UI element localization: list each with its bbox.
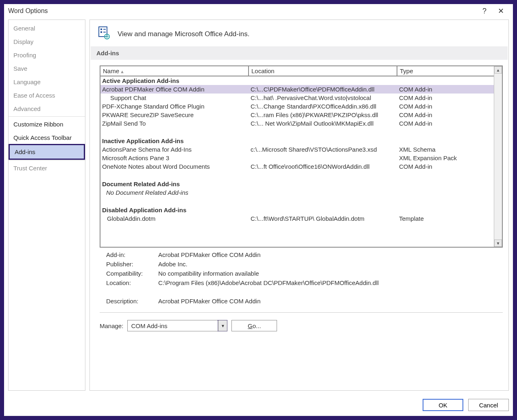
group-document: Document Related Add-ins [100, 180, 494, 188]
scroll-up-icon[interactable]: ▲ [494, 66, 502, 74]
spacer [100, 171, 494, 180]
detail-desc-value: Acrobat PDFMaker Office COM Addin [158, 298, 260, 305]
manage-combo[interactable]: COM Add-ins ▼ [127, 320, 227, 331]
svg-rect-2 [100, 31, 102, 33]
col-location[interactable]: Location [249, 66, 397, 76]
manage-label: Manage: [100, 322, 123, 329]
table-header: Name▲ Location Type [100, 66, 494, 76]
no-document-addins: No Document Related Add-ins [100, 188, 494, 197]
close-icon[interactable]: ✕ [493, 7, 509, 15]
table-row[interactable]: ZipMail Send To C:\... Net Work\ZipMail … [100, 119, 494, 128]
scrollbar[interactable]: ▲ ▼ [494, 66, 502, 247]
manage-row: Manage: COM Add-ins ▼ Go... [100, 312, 503, 339]
table-row[interactable]: Acrobat PDFMaker Office COM Addin C:\...… [100, 85, 494, 94]
group-disabled: Disabled Application Add-ins [100, 206, 494, 214]
detail-location-label: Location: [106, 279, 158, 286]
sidebar-item-ease-of-access[interactable]: Ease of Access [9, 89, 85, 102]
sidebar-item-quick-access-toolbar[interactable]: Quick Access Toolbar [9, 131, 85, 144]
detail-compat-label: Compatibility: [106, 270, 158, 277]
help-icon[interactable]: ? [476, 7, 493, 15]
panel-title: View and manage Microsoft Office Add-ins… [118, 30, 249, 38]
addins-icon [97, 26, 112, 42]
panel-header: View and manage Microsoft Office Add-ins… [90, 20, 508, 46]
titlebar: Word Options ? ✕ [4, 4, 513, 20]
addin-details: Add-in:Acrobat PDFMaker Office COM Addin… [90, 248, 508, 307]
addins-section-title: Add-ins [91, 46, 508, 60]
sidebar-item-customize-ribbon[interactable]: Customize Ribbon [9, 118, 85, 131]
group-inactive: Inactive Application Add-ins [100, 137, 494, 145]
sidebar-item-proofing[interactable]: Proofing [9, 48, 85, 62]
scroll-down-icon[interactable]: ▼ [494, 239, 502, 247]
spacer [100, 128, 494, 137]
group-active: Active Application Add-ins [100, 76, 494, 85]
dialog-footer: OK Cancel [4, 395, 513, 416]
col-type[interactable]: Type [397, 66, 494, 76]
table-rows: Active Application Add-ins Acrobat PDFMa… [100, 76, 494, 247]
sort-asc-icon: ▲ [120, 69, 124, 74]
detail-publisher-label: Publisher: [106, 261, 158, 268]
detail-addin-label: Add-in: [106, 251, 158, 258]
detail-addin-value: Acrobat PDFMaker Office COM Addin [158, 251, 260, 258]
sidebar-item-general[interactable]: General [9, 22, 85, 35]
col-name[interactable]: Name▲ [100, 66, 249, 76]
sidebar-item-language[interactable]: Language [9, 75, 85, 89]
manage-selected: COM Add-ins [131, 322, 167, 329]
table-row[interactable]: OneNote Notes about Word Documents C:\..… [100, 162, 494, 171]
ok-button[interactable]: OK [423, 399, 463, 411]
detail-publisher-value: Adobe Inc. [158, 261, 188, 268]
sidebar-separator [9, 160, 85, 161]
body-area: General Display Proofing Save Language E… [4, 20, 513, 395]
table-row[interactable]: GlobalAddin.dotm C:\...ft\Word\STARTUP\ … [100, 214, 494, 223]
sidebar-item-display[interactable]: Display [9, 35, 85, 48]
col-name-label: Name [103, 67, 119, 74]
detail-compat-value: No compatibility information available [158, 270, 259, 277]
sidebar-item-save[interactable]: Save [9, 62, 85, 75]
chevron-down-icon[interactable]: ▼ [218, 320, 227, 331]
spacer [100, 197, 494, 206]
sidebar-separator [9, 116, 85, 117]
table-row[interactable]: ActionsPane Schema for Add-Ins c:\...Mic… [100, 145, 494, 154]
table-row[interactable]: PDF-XChange Standard Office Plugin C:\..… [100, 102, 494, 111]
sidebar-item-advanced[interactable]: Advanced [9, 102, 85, 115]
svg-rect-1 [100, 28, 102, 30]
addins-table: Name▲ Location Type Active Application A… [100, 65, 503, 248]
main-panel: View and manage Microsoft Office Add-ins… [89, 20, 509, 391]
table-row[interactable]: PKWARE SecureZIP SaveSecure C:\...ram Fi… [100, 111, 494, 119]
sidebar-item-add-ins[interactable]: Add-ins [9, 144, 85, 160]
table-row[interactable]: Microsoft Actions Pane 3 XML Expansion P… [100, 154, 494, 162]
word-options-dialog: Word Options ? ✕ General Display Proofin… [4, 4, 513, 416]
detail-location-value: C:\Program Files (x86)\Adobe\Acrobat DC\… [158, 279, 379, 286]
window-title: Word Options [8, 7, 476, 15]
go-button[interactable]: Go... [231, 320, 277, 331]
sidebar: General Display Proofing Save Language E… [8, 20, 85, 391]
table-row[interactable]: Support Chat C:\...hat\ .PervasiveChat.W… [100, 94, 494, 102]
cancel-button[interactable]: Cancel [468, 399, 509, 411]
sidebar-item-trust-center[interactable]: Trust Center [9, 161, 85, 175]
detail-desc-label: Description: [106, 298, 158, 305]
